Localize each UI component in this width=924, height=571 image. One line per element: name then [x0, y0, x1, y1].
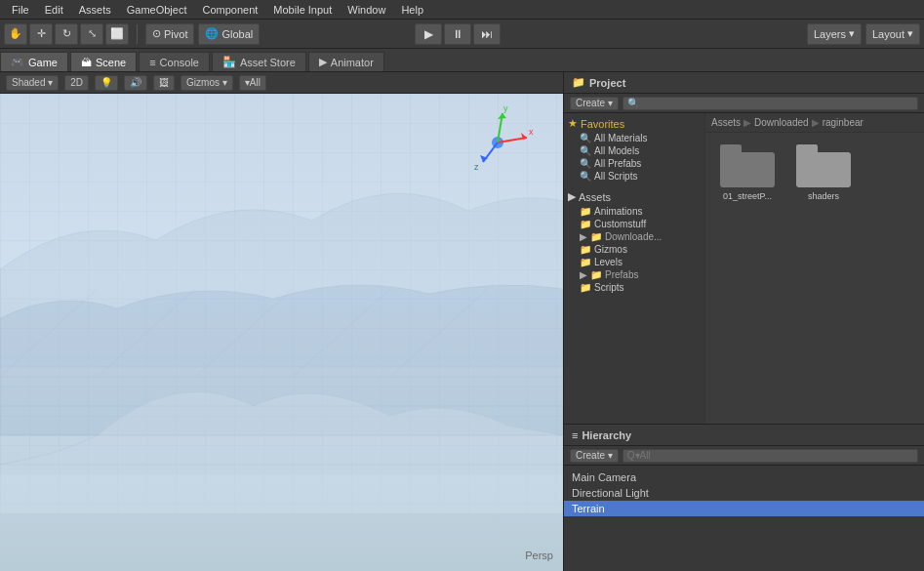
layers-btn[interactable]: Layers ▾ [807, 23, 862, 45]
shaded-btn[interactable]: Shaded ▾ [6, 75, 59, 91]
tree-item-animations[interactable]: 📁 Animations [564, 205, 704, 218]
pivot-icon: ⊙ [152, 27, 161, 40]
tree-item-gizmos[interactable]: 📁 Gizmos [564, 243, 704, 256]
tab-console[interactable]: ≡ Console [139, 52, 210, 71]
persp-label: Persp [525, 550, 553, 561]
hierarchy-toolbar: Create ▾ [564, 446, 924, 466]
tree-item-materials[interactable]: 🔍 All Materials [564, 132, 704, 144]
project-content: ★ Favorites 🔍 All Materials 🔍 All Models [564, 113, 924, 424]
file-label-streetp: 01_streetP... [723, 191, 772, 202]
hierarchy-panel-header: ≡ Hierarchy [564, 425, 924, 446]
tree-item-prefabs2[interactable]: ▶ 📁 Prefabs [564, 268, 704, 281]
folder-icon: 📁 [590, 269, 602, 280]
tab-animator[interactable]: ▶ Animator [308, 52, 384, 71]
tab-scene-label: Scene [96, 57, 126, 68]
transform-tools: ✋ ✛ ↻ ⤡ ⬜ [4, 23, 129, 45]
tab-bar: 🎮 Game 🏔 Scene ≡ Console 🏪 Asset Store ▶… [0, 49, 924, 72]
rotate-tool-btn[interactable]: ↻ [55, 23, 78, 45]
breadcrumb-raginbear[interactable]: raginbear [823, 117, 864, 128]
viewport-toolbar: Shaded ▾ 2D 💡 🔊 🖼 Gizmos ▾ ▾All [0, 72, 563, 94]
lights-btn[interactable]: 💡 [95, 75, 118, 91]
step-btn[interactable]: ⏭ [473, 23, 501, 45]
hierarchy-item-directionallight[interactable]: Directional Light [564, 485, 924, 501]
item-label: All Models [594, 145, 639, 156]
fx-btn[interactable]: 🖼 [153, 75, 175, 91]
all-btn[interactable]: ▾All [239, 75, 266, 91]
menu-window[interactable]: Window [340, 2, 393, 18]
2d-btn[interactable]: 2D [64, 75, 89, 91]
menu-mobileinput[interactable]: Mobile Input [265, 2, 340, 18]
menu-assets[interactable]: Assets [71, 2, 119, 18]
file-grid: 01_streetP... shaders [705, 133, 924, 214]
toolbar-separator-1 [137, 24, 138, 44]
svg-rect-1 [0, 474, 563, 513]
project-search-input[interactable] [623, 97, 918, 110]
menu-file[interactable]: File [4, 2, 37, 18]
project-panel-header: 📁 Project [564, 72, 924, 94]
tree-item-levels[interactable]: 📁 Levels [564, 256, 704, 268]
svg-text:z: z [474, 162, 479, 172]
pause-btn[interactable]: ⏸ [444, 23, 471, 45]
file-label-shaders: shaders [808, 191, 839, 202]
tab-assetstore-label: Asset Store [240, 57, 296, 68]
tree-item-customstuff[interactable]: 📁 Customstuff [564, 218, 704, 230]
main-layout: Shaded ▾ 2D 💡 🔊 🖼 Gizmos ▾ ▾All [0, 72, 924, 571]
item-label: Customstuff [594, 219, 646, 229]
menu-edit[interactable]: Edit [37, 2, 71, 18]
folder-icon-shaders [796, 144, 851, 187]
gizmos-btn[interactable]: Gizmos ▾ [181, 75, 233, 91]
layout-chevron-icon: ▾ [907, 27, 913, 40]
scene-icon: 🏔 [81, 57, 92, 68]
item-label: Gizmos [594, 244, 627, 255]
audio-btn[interactable]: 🔊 [124, 75, 147, 91]
global-icon: 🌐 [205, 27, 219, 40]
global-btn[interactable]: 🌐 Global [198, 23, 260, 45]
tree-item-prefabs[interactable]: 🔍 All Prefabs [564, 157, 704, 170]
rect-tool-btn[interactable]: ⬜ [105, 23, 129, 45]
project-toolbar: Create ▾ [564, 94, 924, 113]
favorites-header[interactable]: ★ Favorites [564, 115, 704, 132]
right-panel: 📁 Project Create ▾ ★ Favorites [563, 72, 924, 571]
search-icon: 🔍 [580, 171, 591, 182]
tree-item-models[interactable]: 🔍 All Models [564, 144, 704, 157]
project-create-btn[interactable]: Create ▾ [570, 97, 619, 110]
tree-item-scripts2[interactable]: 📁 Scripts [564, 281, 704, 294]
tab-scene[interactable]: 🏔 Scene [70, 52, 137, 71]
global-label: Global [221, 28, 253, 40]
breadcrumb-assets[interactable]: Assets [711, 117, 741, 128]
menu-component[interactable]: Component [194, 2, 265, 18]
move-tool-btn[interactable]: ✛ [29, 23, 53, 45]
hierarchy-content: Main Camera Directional Light Terrain [564, 466, 924, 571]
viewport-canvas[interactable]: x y z Persp [0, 94, 563, 571]
folder-icon-streetp [720, 144, 775, 187]
assets-header[interactable]: ▶ Assets [564, 188, 704, 205]
menu-bar: File Edit Assets GameObject Component Mo… [0, 0, 924, 20]
file-item-streetp[interactable]: 01_streetP... [713, 141, 782, 206]
hand-tool-btn[interactable]: ✋ [4, 23, 27, 45]
breadcrumb-arrow-1: ▶ [743, 117, 751, 128]
play-btn[interactable]: ▶ [415, 23, 442, 45]
menu-help[interactable]: Help [393, 2, 431, 18]
hierarchy-create-btn[interactable]: Create ▾ [570, 449, 619, 463]
layout-btn[interactable]: Layout ▾ [865, 23, 920, 45]
menu-gameobject[interactable]: GameObject [119, 2, 195, 18]
tab-console-label: Console [160, 57, 199, 68]
file-item-shaders[interactable]: shaders [789, 141, 858, 206]
tab-game-label: Game [28, 57, 58, 68]
file-browser: Assets ▶ Downloaded ▶ raginbear 01_stre [705, 113, 924, 424]
tab-game[interactable]: 🎮 Game [0, 52, 68, 71]
tree-item-downloaded[interactable]: ▶ 📁 Downloade... [564, 230, 704, 243]
breadcrumb-arrow-2: ▶ [812, 117, 820, 128]
hierarchy-panel: ≡ Hierarchy Create ▾ Main Camera Directi… [564, 425, 924, 571]
scale-tool-btn[interactable]: ⤡ [80, 23, 103, 45]
tree-item-scripts[interactable]: 🔍 All Scripts [564, 170, 704, 183]
tab-assetstore[interactable]: 🏪 Asset Store [212, 52, 306, 71]
pivot-btn[interactable]: ⊙ Pivot [145, 23, 194, 45]
play-controls: ▶ ⏸ ⏭ [415, 23, 501, 45]
hierarchy-search-input[interactable] [623, 449, 918, 463]
hierarchy-item-terrain[interactable]: Terrain [564, 501, 924, 516]
hierarchy-item-maincamera[interactable]: Main Camera [564, 469, 924, 485]
folder-icon: 📁 [580, 219, 591, 229]
breadcrumb-downloaded[interactable]: Downloaded [754, 117, 809, 128]
expand-icon: ▶ [580, 269, 587, 280]
